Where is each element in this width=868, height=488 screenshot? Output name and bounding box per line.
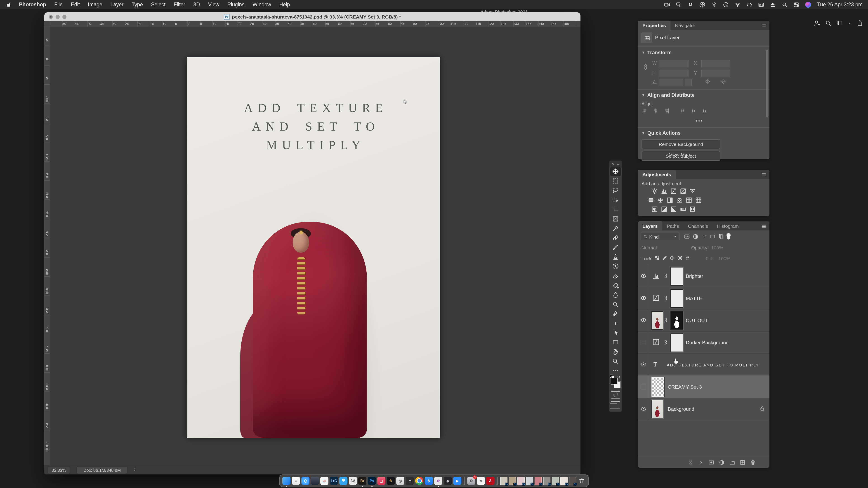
levels-icon[interactable]: [661, 188, 667, 194]
filter-toggle[interactable]: [726, 233, 731, 240]
blend-mode-dropdown[interactable]: Normal: [642, 245, 657, 250]
link-dimensions-icon[interactable]: [643, 64, 649, 70]
layer-mask-thumbnail[interactable]: [671, 289, 683, 308]
layer-row-creamy-set-3[interactable]: CREAMY Set 3: [638, 376, 770, 398]
adjustment-layer-icon[interactable]: [719, 459, 725, 465]
menu-3d[interactable]: 3D: [189, 0, 204, 9]
dock-calculator[interactable]: ±: [406, 477, 414, 485]
flip-horizontal-icon[interactable]: [705, 78, 711, 85]
invert-icon[interactable]: [651, 206, 658, 213]
channel-mixer-icon[interactable]: [686, 197, 692, 203]
transform-w-field[interactable]: [659, 60, 688, 67]
canvas-area[interactable]: ADD TEXTUREAND SET TOMULTIPLY: [50, 27, 581, 465]
eyedropper-tool[interactable]: [610, 224, 621, 233]
color-balance-icon[interactable]: [657, 197, 664, 203]
share-icon[interactable]: [857, 20, 863, 26]
menu-file[interactable]: File: [50, 0, 67, 9]
menu-clock[interactable]: Tue 26 Apr 3:23 pm: [817, 2, 863, 7]
lock-paint-icon[interactable]: [662, 255, 667, 261]
chevron-down-icon[interactable]: [848, 21, 852, 25]
psd-document-7[interactable]: Ps: [552, 477, 559, 485]
visibility-hidden-box[interactable]: [638, 376, 649, 398]
account-share-icon[interactable]: [814, 20, 820, 26]
swap-colors-icon[interactable]: [617, 375, 621, 379]
dodge-tool[interactable]: [610, 300, 621, 309]
zoom-window-button[interactable]: [62, 15, 66, 19]
layer-thumbnail[interactable]: [651, 377, 664, 397]
psd-document-4[interactable]: Ps: [526, 477, 533, 485]
default-colors-icon[interactable]: [610, 375, 613, 378]
pixel-filter-icon[interactable]: [684, 234, 690, 239]
display-mirror-icon[interactable]: [676, 2, 682, 7]
panel-menu-icon[interactable]: [761, 223, 766, 228]
rotate-angle-field[interactable]: [659, 78, 683, 86]
layer-style-icon[interactable]: fx: [698, 459, 704, 465]
crop-tool[interactable]: [610, 205, 621, 214]
ruler-origin-box[interactable]: [44, 21, 50, 27]
vibrance-icon[interactable]: [689, 188, 696, 194]
visibility-eye-icon[interactable]: [638, 287, 649, 309]
curves-icon[interactable]: [671, 188, 677, 194]
menu-photoshop[interactable]: Photoshop: [15, 0, 50, 9]
menu-plugins[interactable]: Plugins: [223, 0, 248, 9]
brush-tool[interactable]: [610, 242, 621, 252]
lasso-tool[interactable]: [610, 186, 621, 195]
gradient-tool[interactable]: [610, 281, 621, 290]
dock-lightroom-classic[interactable]: LrC: [330, 477, 338, 485]
menu-type[interactable]: Type: [127, 0, 147, 9]
new-group-icon[interactable]: [729, 459, 735, 465]
tab-channels[interactable]: Channels: [683, 221, 712, 230]
layer-thumbnail[interactable]: [651, 311, 663, 330]
dock-trash[interactable]: [578, 477, 586, 485]
layer-row-background[interactable]: Background: [638, 398, 770, 420]
view-more-link[interactable]: View More: [642, 152, 719, 157]
dock-media-pinwheel-app[interactable]: ✿: [434, 477, 442, 485]
transform-x-field[interactable]: [701, 60, 730, 67]
visibility-eye-icon[interactable]: [638, 309, 649, 331]
brightness-contrast-icon[interactable]: [651, 188, 658, 194]
spotlight-search-icon[interactable]: [782, 2, 788, 7]
align-t-button[interactable]: [680, 107, 686, 114]
transform-h-field[interactable]: [659, 70, 688, 77]
search-icon[interactable]: [825, 20, 831, 26]
layer-mask-thumbnail[interactable]: [671, 311, 683, 330]
psd-document-9[interactable]: Ps: [569, 477, 576, 485]
dock-photoshop[interactable]: Ps: [368, 477, 376, 485]
panel-menu-icon[interactable]: [761, 172, 766, 177]
psd-document-1[interactable]: Ps: [500, 477, 507, 485]
dev-brackets-icon[interactable]: [747, 2, 752, 7]
psd-document-2[interactable]: Ps: [509, 477, 516, 485]
align-cv-button[interactable]: [690, 107, 697, 114]
visibility-eye-icon[interactable]: [638, 353, 649, 376]
blur-tool[interactable]: [610, 290, 621, 300]
shape-filter-icon[interactable]: [710, 234, 716, 239]
hand-tool[interactable]: [610, 347, 621, 357]
dock-acrobat[interactable]: A: [486, 477, 494, 485]
layer-thumbnail[interactable]: [651, 400, 663, 418]
dock-red-media-app[interactable]: ▢: [377, 477, 385, 485]
menu-layer[interactable]: Layer: [106, 0, 128, 9]
layer-filter-kind-dropdown[interactable]: Kind▼: [641, 233, 680, 240]
align-b-button[interactable]: [701, 107, 708, 114]
menu-edit[interactable]: Edit: [67, 0, 84, 9]
layer-row-brighter[interactable]: Brighter: [638, 265, 770, 287]
eraser-tool[interactable]: [610, 271, 621, 281]
color-lookup-icon[interactable]: [695, 197, 702, 203]
visibility-eye-icon[interactable]: [638, 398, 649, 420]
dock-chrome[interactable]: [415, 477, 423, 485]
dock-safari[interactable]: [339, 477, 347, 485]
tab-properties[interactable]: Properties: [638, 21, 671, 30]
pen-tool[interactable]: [610, 309, 621, 319]
lock-all-icon[interactable]: [685, 255, 690, 261]
video-camera-icon[interactable]: [664, 2, 670, 7]
workspace-switcher-icon[interactable]: [836, 20, 843, 26]
keyboard-window-icon[interactable]: [758, 2, 764, 7]
control-center-icon[interactable]: [794, 2, 800, 7]
frame-tool[interactable]: [610, 214, 621, 224]
dock-app-store[interactable]: A: [425, 477, 433, 485]
dock-finder[interactable]: [282, 477, 290, 485]
siri-icon[interactable]: [805, 2, 811, 7]
dock-inkscape[interactable]: ◆: [444, 477, 452, 485]
visibility-hidden-box[interactable]: [638, 331, 649, 353]
black-white-icon[interactable]: [667, 197, 673, 203]
